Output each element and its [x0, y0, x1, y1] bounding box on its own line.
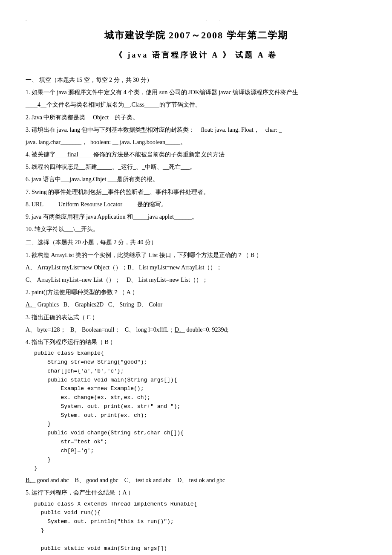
title-sub: 《 java 语言程序设计 A 》 试题 A 卷 — [26, 48, 366, 62]
section-fill-blank: 一、 填空（本题共 15 空，每空 2 分，共 30 分） 1. 如果一个 ja… — [26, 75, 366, 234]
q8-fill: 8. URL_____Uniform Resourse Locator_____… — [26, 199, 366, 210]
choice-q2-opts: A、 Graphics B、 Graphics2D C、 String D、 C… — [26, 299, 366, 310]
title-main: 城市建设学院 2007～2008 学年第二学期 — [26, 27, 366, 44]
section2-header: 二、选择（本题共 20 小题，每题 2 分，共 40 分） — [26, 237, 366, 248]
choice-q5-code: public class X extends Thread implements… — [34, 500, 366, 553]
choice-q1-cd: C、 ArrayList myList=new List（）； D、 List … — [26, 275, 366, 285]
q6-fill: 6. java 语言中___java.lang.Objet ___是所有类的根。 — [26, 174, 366, 185]
q3-fill-cont: java. lang.char_______， boolean: __ java… — [26, 137, 366, 147]
q7-fill: 7. Swing 的事件处理机制包括__事件的监听者__、事件和事件处理者。 — [26, 187, 366, 197]
choice-q2: 2. paint()方法使用哪种类型的参数？（ A ） — [26, 287, 366, 298]
q4-fill: 4. 被关键字____final_____修饰的方法是不能被当前类的子类重新定义… — [26, 149, 366, 160]
dots-top: · ·· · — [26, 17, 366, 25]
choice-q4: 4. 指出下列程序运行的结果（ B ） — [26, 337, 366, 347]
choice-q3-opts: A、 byte=128； B、 Boolean=null； C、 long l=… — [26, 324, 366, 335]
q3-fill: 3. 请填出在 java. lang 包中与下列基本数据类型相对应的封装类： f… — [26, 124, 366, 135]
q9-fill: 9. java 有两类应用程序 java Application 和_____j… — [26, 211, 366, 222]
section1-header: 一、 填空（本题共 15 空，每空 2 分，共 30 分） — [26, 75, 366, 85]
q1-fill-cont: ____4__个文件名与类名相同扩展名为__.Class_____的字节码文件。 — [26, 99, 366, 110]
choice-q5: 5. 运行下列程序，会产生什么结果（ A ） — [26, 487, 366, 498]
section-choice: 二、选择（本题共 20 小题，每题 2 分，共 40 分） 1. 欲构造 Arr… — [26, 237, 366, 553]
q10-fill: 10. 转义字符以___\__开头。 — [26, 224, 366, 234]
q5-fill: 5. 线程的四种状态是__新建_____、_运行_、_中断、__死亡___。 — [26, 162, 366, 172]
choice-q4-code: public class Example{ String str=new Str… — [34, 349, 366, 473]
choice-q4-opts: B、 good and abc B、 good and gbc C、 test … — [26, 475, 366, 486]
q1-fill: 1. 如果一个 java 源程序文件中定义有 4 个类，使用 sun 公司的 J… — [26, 87, 366, 98]
choice-q1: 1. 欲构造 ArrayList 类的一个实例，此类继承了 List 接口，下列… — [26, 250, 366, 260]
choice-q1-a: A、 ArrayList myList=new Object（）；B、 List… — [26, 262, 366, 273]
choice-q3: 3. 指出正确的表达式（ C ） — [26, 312, 366, 323]
q2-fill: 2. Java 中所有类都是类 __Object__的子类。 — [26, 112, 366, 123]
